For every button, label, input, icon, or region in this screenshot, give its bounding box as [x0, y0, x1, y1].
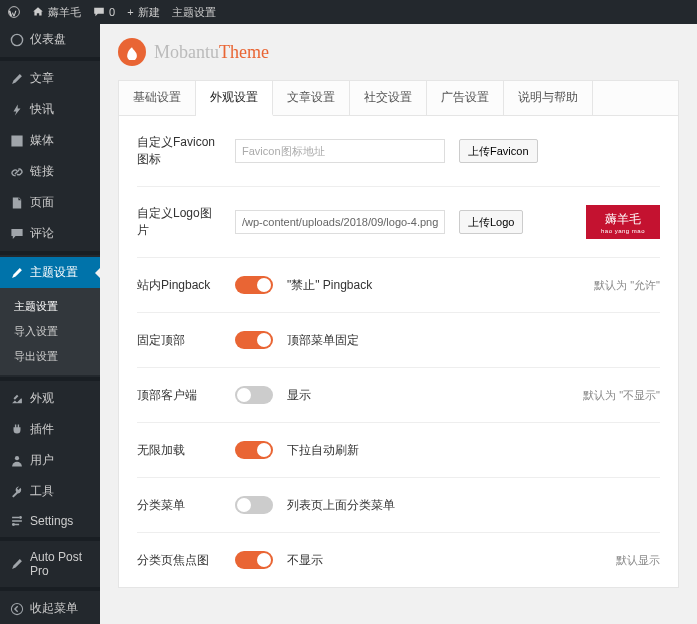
new-link[interactable]: +新建: [127, 5, 159, 20]
infinite-text: 下拉自动刷新: [287, 442, 359, 459]
favicon-input[interactable]: [235, 139, 445, 163]
sidebar-item-settings[interactable]: Settings: [0, 507, 100, 535]
sidebar-item-users[interactable]: 用户: [0, 445, 100, 476]
sidebar-item-appearance[interactable]: 外观: [0, 383, 100, 414]
tab-social[interactable]: 社交设置: [350, 81, 427, 115]
sidebar-item-plugins[interactable]: 插件: [0, 414, 100, 445]
focus-note: 默认显示: [616, 553, 660, 568]
sidebar-item-theme-settings[interactable]: 主题设置: [0, 257, 100, 288]
theme-brand: MobantuTheme: [118, 38, 679, 66]
fixtop-text: 顶部菜单固定: [287, 332, 359, 349]
favicon-label: 自定义Favicon图标: [137, 134, 221, 168]
row-infinite: 无限加载 下拉自动刷新: [137, 423, 660, 478]
pingback-toggle[interactable]: [235, 276, 273, 294]
sidebar-item-tools[interactable]: 工具: [0, 476, 100, 507]
focus-toggle[interactable]: [235, 551, 273, 569]
sidebar-item-dashboard[interactable]: 仪表盘: [0, 24, 100, 55]
sidebar-item-news[interactable]: 快讯: [0, 94, 100, 125]
sidebar-item-links[interactable]: 链接: [0, 156, 100, 187]
pingback-label: 站内Pingback: [137, 277, 221, 294]
settings-tabs: 基础设置 外观设置 文章设置 社交设置 广告设置 说明与帮助: [118, 80, 679, 116]
svg-point-6: [11, 603, 22, 614]
sidebar-submenu: 主题设置 导入设置 导出设置: [0, 288, 100, 375]
row-favicon: 自定义Favicon图标 上传Favicon: [137, 116, 660, 187]
wp-logo[interactable]: [8, 6, 20, 18]
row-fixtop: 固定顶部 顶部菜单固定: [137, 313, 660, 368]
brand-icon: [118, 38, 146, 66]
settings-panel: 自定义Favicon图标 上传Favicon 自定义Logo图片 上传Logo …: [118, 116, 679, 588]
logo-input[interactable]: [235, 210, 445, 234]
site-link[interactable]: 薅羊毛: [32, 5, 81, 20]
sidebar-item-comments[interactable]: 评论: [0, 218, 100, 249]
main-content: MobantuTheme 基础设置 外观设置 文章设置 社交设置 广告设置 说明…: [100, 24, 697, 624]
focus-label: 分类页焦点图: [137, 552, 221, 569]
focus-text: 不显示: [287, 552, 323, 569]
infinite-toggle[interactable]: [235, 441, 273, 459]
logo-label: 自定义Logo图片: [137, 205, 221, 239]
tab-ads[interactable]: 广告设置: [427, 81, 504, 115]
sidebar-item-pages[interactable]: 页面: [0, 187, 100, 218]
admin-sidebar: 仪表盘 文章 快讯 媒体 链接 页面 评论 主题设置 主题设置 导入设置 导出设…: [0, 24, 100, 624]
client-text: 显示: [287, 387, 311, 404]
catmenu-label: 分类菜单: [137, 497, 221, 514]
svg-point-3: [15, 456, 19, 460]
catmenu-toggle[interactable]: [235, 496, 273, 514]
row-client: 顶部客户端 显示 默认为 "不显示": [137, 368, 660, 423]
pingback-note: 默认为 "允许": [594, 278, 660, 293]
row-logo: 自定义Logo图片 上传Logo 薅羊毛hao yang mao: [137, 187, 660, 258]
comments-link[interactable]: 0: [93, 6, 115, 18]
pingback-text: "禁止" Pingback: [287, 277, 372, 294]
submenu-import[interactable]: 导入设置: [0, 319, 100, 344]
tab-appearance[interactable]: 外观设置: [196, 81, 273, 116]
client-label: 顶部客户端: [137, 387, 221, 404]
sidebar-item-media[interactable]: 媒体: [0, 125, 100, 156]
fixtop-toggle[interactable]: [235, 331, 273, 349]
admin-topbar: 薅羊毛 0 +新建 主题设置: [0, 0, 697, 24]
submenu-export[interactable]: 导出设置: [0, 344, 100, 369]
tab-article[interactable]: 文章设置: [273, 81, 350, 115]
tab-basic[interactable]: 基础设置: [119, 81, 196, 115]
client-note: 默认为 "不显示": [583, 388, 660, 403]
theme-settings-link[interactable]: 主题设置: [172, 5, 216, 20]
catmenu-text: 列表页上面分类菜单: [287, 497, 395, 514]
sidebar-item-posts[interactable]: 文章: [0, 63, 100, 94]
logo-upload-button[interactable]: 上传Logo: [459, 210, 523, 234]
sidebar-item-autopost[interactable]: Auto Post Pro: [0, 543, 100, 585]
infinite-label: 无限加载: [137, 442, 221, 459]
fixtop-label: 固定顶部: [137, 332, 221, 349]
sidebar-collapse[interactable]: 收起菜单: [0, 593, 100, 624]
row-pingback: 站内Pingback "禁止" Pingback 默认为 "允许": [137, 258, 660, 313]
row-focus: 分类页焦点图 不显示 默认显示: [137, 533, 660, 587]
svg-point-4: [19, 516, 22, 519]
favicon-upload-button[interactable]: 上传Favicon: [459, 139, 538, 163]
tab-help[interactable]: 说明与帮助: [504, 81, 593, 115]
client-toggle[interactable]: [235, 386, 273, 404]
logo-preview: 薅羊毛hao yang mao: [586, 205, 660, 239]
svg-point-5: [12, 523, 15, 526]
submenu-theme-settings[interactable]: 主题设置: [0, 294, 100, 319]
row-catmenu: 分类菜单 列表页上面分类菜单: [137, 478, 660, 533]
